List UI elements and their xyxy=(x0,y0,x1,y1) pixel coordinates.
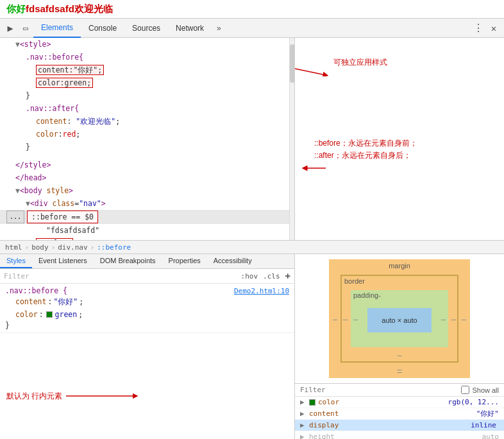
prop-name-color: color xyxy=(318,398,448,406)
styles-filter-row: Filter :hov .cls + xyxy=(0,269,294,284)
tab-elements[interactable]: Elements xyxy=(33,19,81,38)
css-prop-name-color: color xyxy=(15,308,38,321)
prop-expand-content[interactable]: ▶ xyxy=(300,409,308,418)
computed-filter-input[interactable] xyxy=(300,386,461,394)
cursor-icon[interactable]: ▶ xyxy=(3,19,18,37)
css-rule-block: .nav::before { Demo2.html:10 content : "… xyxy=(0,284,294,333)
webpage-hello-text: 你好 xyxy=(6,3,26,15)
ellipsis-button[interactable]: ... xyxy=(6,211,24,223)
source-line-style-end: </style> xyxy=(0,159,294,171)
css-prop-val-color: green xyxy=(55,308,78,321)
tab-accessibility[interactable]: Accessibility xyxy=(207,254,258,268)
border-label: border xyxy=(344,277,365,285)
computed-props-list: ▶ color rgb(0, 12... ▶ content "你好" ▶ xyxy=(295,397,504,439)
breadcrumb-sep1: › xyxy=(25,243,29,252)
devtools-toolbar: ▶ ▭ Elements Console Sources Network » ⋮… xyxy=(0,19,504,38)
prop-row-height: ▶ height auto xyxy=(295,431,504,439)
mobile-icon[interactable]: ▭ xyxy=(18,19,33,37)
computed-filter-row: Show all xyxy=(295,383,504,397)
source-line-spacer xyxy=(0,153,294,159)
filter-cls[interactable]: .cls xyxy=(263,272,280,280)
content-right-dash: – xyxy=(441,314,446,323)
bottom-annotation-text: 默认为 行内元素 xyxy=(6,391,62,402)
webpage-preview: 你好 fdsafdsafd欢迎光临 xyxy=(0,0,504,18)
tab-dom-breakpoints[interactable]: DOM Breakpoints xyxy=(94,254,162,268)
css-colon-1: : xyxy=(47,295,52,308)
source-line-div: ▼<div class="nav"> xyxy=(0,197,294,210)
source-line-color: color:green; xyxy=(0,76,294,89)
color-swatch[interactable] xyxy=(46,311,53,318)
show-all-checkbox[interactable] xyxy=(461,386,469,394)
source-line-before-selected[interactable]: ... ::before == $0 xyxy=(0,210,294,224)
tab-console[interactable]: Console xyxy=(81,19,124,38)
css-prop-content: content : "你好" ; xyxy=(5,295,289,308)
annotation-apply-style: 可独立应用样式 xyxy=(333,57,387,68)
source-panel[interactable]: ▼<style> .nav::before{ content:"你好"; col… xyxy=(0,38,295,240)
prop-color-swatch xyxy=(309,399,315,406)
breadcrumb-before[interactable]: ::before xyxy=(97,243,131,252)
prop-value-display: inline xyxy=(468,421,499,429)
arrow-before-after xyxy=(301,159,327,178)
source-line-content2: content: "欢迎光临"; xyxy=(0,115,294,128)
filter-hov[interactable]: :hov xyxy=(241,272,258,280)
border-left-dash: – xyxy=(343,314,348,323)
breadcrumb-bar: html › body › div.nav › ::before xyxy=(0,240,504,254)
arrow-apply-style xyxy=(295,51,340,76)
margin-label: margin xyxy=(389,262,410,270)
content-bottom-dash: – xyxy=(397,350,401,360)
styles-panel: Styles Event Listeners DOM Breakpoints P… xyxy=(0,254,295,439)
prop-expand-color[interactable]: ▶ xyxy=(300,398,308,406)
webpage-other-text: fdsafdsafd欢迎光临 xyxy=(26,3,113,15)
more-options-icon[interactable]: ⋮ xyxy=(471,19,486,37)
source-line-color2: color:red; xyxy=(0,128,294,141)
padding-label: padding- xyxy=(353,291,381,299)
css-prop-color: color : green ; xyxy=(5,308,289,321)
css-rule-selector[interactable]: .nav::before { xyxy=(5,286,67,295)
annotation-panel: 可独立应用样式 ::before；永远在元素自身前； ::after；永远在元素… xyxy=(295,38,504,240)
source-line-after: ::after xyxy=(0,237,294,240)
prop-value-color: rgb(0, 12... xyxy=(448,398,499,406)
top-split: ▼<style> .nav::before{ content:"你好"; col… xyxy=(0,38,504,240)
prop-name-content: content xyxy=(309,409,476,418)
css-rule-source[interactable]: Demo2.html:10 xyxy=(234,287,289,295)
source-line-brace1: } xyxy=(0,89,294,102)
bottom-annotation-arrow xyxy=(65,386,142,406)
css-rule-close: } xyxy=(5,321,289,330)
devtools-main: ▼<style> .nav::before{ content:"你好"; col… xyxy=(0,38,504,439)
filter-plus[interactable]: + xyxy=(285,271,290,281)
breadcrumb-sep2: › xyxy=(51,243,56,252)
tab-event-listeners[interactable]: Event Listeners xyxy=(32,254,94,268)
source-line-nav-after: .nav::after{ xyxy=(0,102,294,115)
tab-styles[interactable]: Styles xyxy=(0,254,32,268)
breadcrumb-body[interactable]: body xyxy=(31,243,49,252)
show-all-toggle: Show all xyxy=(461,386,499,394)
annotation-before-text: ::before；永远在元素自身前； xyxy=(314,137,417,150)
source-line-style: ▼<style> xyxy=(0,38,294,51)
prop-expand-display[interactable]: ▶ xyxy=(300,421,308,429)
prop-row-content: ▶ content "你好" xyxy=(295,408,504,420)
breadcrumb-divnav[interactable]: div.nav xyxy=(58,243,87,252)
margin-left-dash: – xyxy=(333,314,337,323)
css-colon-2: : xyxy=(39,308,44,321)
styles-tabs: Styles Event Listeners DOM Breakpoints P… xyxy=(0,254,294,269)
css-prop-name-content: content xyxy=(15,295,46,308)
border-right-dash: – xyxy=(451,314,456,323)
breadcrumb-html[interactable]: html xyxy=(5,243,22,252)
source-line-text: "fdsafdsafd" xyxy=(0,224,294,237)
scrollbar[interactable] xyxy=(289,38,294,240)
tab-sources[interactable]: Sources xyxy=(124,19,168,38)
prop-expand-height[interactable]: ▶ xyxy=(300,433,308,439)
tab-more[interactable]: » xyxy=(212,19,226,38)
show-all-label: Show all xyxy=(472,386,499,394)
close-icon[interactable]: ✕ xyxy=(486,19,501,37)
prop-value-height: auto xyxy=(482,433,500,439)
tab-network[interactable]: Network xyxy=(168,19,212,38)
css-rule-header: .nav::before { Demo2.html:10 xyxy=(5,286,289,295)
box-model-diagram: margin – – – border – – padding- xyxy=(329,259,470,378)
content-label: auto × auto xyxy=(382,316,417,324)
tab-properties[interactable]: Properties xyxy=(162,254,207,268)
svg-line-0 xyxy=(295,69,326,75)
source-line-body: ▼<body style> xyxy=(0,184,294,197)
prop-name-display: display xyxy=(309,421,468,429)
source-line-head-end: </head> xyxy=(0,171,294,184)
